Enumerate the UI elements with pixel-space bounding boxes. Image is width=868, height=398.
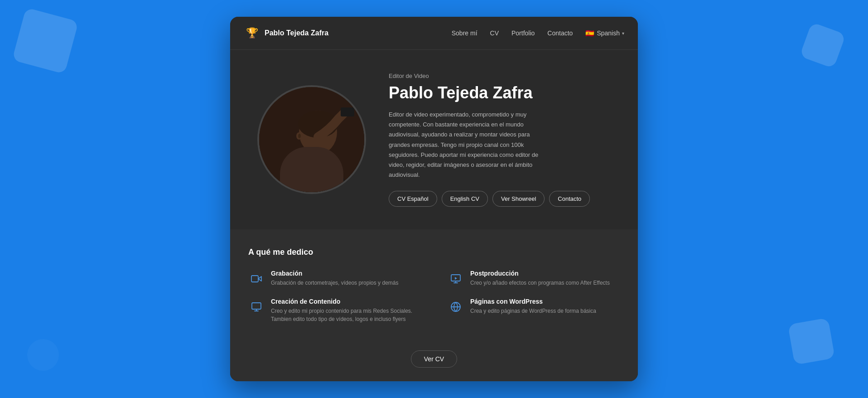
nav-contacto[interactable]: Contacto (547, 29, 573, 37)
service-wordpress: Páginas con WordPress Crea y edito págin… (448, 298, 620, 323)
profile-photo (259, 87, 364, 192)
svg-point-5 (298, 134, 301, 138)
silhouette-svg (259, 87, 366, 194)
service-contenido-desc: Creo y edito mi propio contenido para mi… (271, 307, 420, 323)
services-grid: Grabación Grabación de cortometrajes, ví… (244, 270, 624, 323)
brand-name: Pablo Tejeda Zafra (265, 29, 328, 37)
language-selector[interactable]: 🇪🇸 Spanish ▾ (585, 29, 624, 38)
service-grabacion-desc: Grabación de cortometrajes, vídeos propi… (271, 279, 398, 287)
services-section: A qué me dedico Grabación Grabación de c… (230, 229, 638, 346)
main-window: 🏆 Pablo Tejeda Zafra Sobre mí CV Portfol… (230, 17, 638, 381)
nav-cv[interactable]: CV (490, 29, 499, 37)
monitor-icon (248, 299, 265, 315)
flag-icon: 🇪🇸 (585, 29, 594, 38)
english-cv-button[interactable]: English CV (442, 191, 488, 207)
camera-icon (248, 271, 265, 287)
service-grabacion-name: Grabación (271, 270, 398, 277)
service-contenido-name: Creación de Contenido (271, 298, 420, 305)
globe-icon (448, 299, 464, 315)
svg-rect-3 (341, 107, 354, 116)
hero-subtitle: Editor de Video (389, 73, 624, 79)
chevron-down-icon: ▾ (622, 31, 624, 36)
nav-portfolio[interactable]: Portfolio (511, 29, 535, 37)
service-wordpress-content: Páginas con WordPress Crea y edito págin… (470, 298, 596, 315)
svg-rect-6 (251, 276, 258, 282)
monitor-play-icon (448, 271, 464, 287)
navbar: 🏆 Pablo Tejeda Zafra Sobre mí CV Portfol… (230, 17, 638, 50)
hero-content: Editor de Video Pablo Tejeda Zafra Edito… (389, 73, 624, 207)
cv-espanol-button[interactable]: CV Español (389, 191, 437, 207)
services-title: A qué me dedico (244, 248, 624, 257)
profile-image-container (257, 85, 366, 194)
language-label: Spanish (597, 29, 620, 37)
hero-description: Editor de video experimentado, compromet… (389, 110, 543, 180)
service-contenido-content: Creación de Contenido Creo y edito mi pr… (271, 298, 420, 323)
profile-image-circle (257, 85, 366, 194)
contacto-button[interactable]: Contacto (549, 191, 590, 207)
service-postproduccion-desc: Creo y/o añado efectos con programas com… (470, 279, 610, 287)
service-postproduccion-content: Postproducción Creo y/o añado efectos co… (470, 270, 610, 287)
nav-links: Sobre mí CV Portfolio Contacto 🇪🇸 Spanis… (452, 29, 624, 38)
hero-buttons: CV Español English CV Ver Showreel Conta… (389, 191, 624, 207)
hero-title: Pablo Tejeda Zafra (389, 83, 624, 102)
ver-cv-section: Ver CV (230, 346, 638, 381)
ver-cv-button[interactable]: Ver CV (411, 350, 457, 368)
hero-section: Editor de Video Pablo Tejeda Zafra Edito… (230, 50, 638, 229)
service-wordpress-name: Páginas con WordPress (470, 298, 596, 305)
service-contenido: Creación de Contenido Creo y edito mi pr… (248, 298, 420, 323)
brand[interactable]: 🏆 Pablo Tejeda Zafra (244, 25, 328, 41)
brand-logo-icon: 🏆 (244, 25, 260, 41)
bg-decoration-1 (12, 8, 79, 74)
service-postproduccion-name: Postproducción (470, 270, 610, 277)
bg-decoration-2 (800, 22, 846, 69)
bg-decoration-3 (788, 318, 835, 365)
service-postproduccion: Postproducción Creo y/o añado efectos co… (448, 270, 620, 287)
svg-marker-10 (455, 277, 457, 280)
service-grabacion: Grabación Grabación de cortometrajes, ví… (248, 270, 420, 287)
service-grabacion-content: Grabación Grabación de cortometrajes, ví… (271, 270, 398, 287)
ver-showreel-button[interactable]: Ver Showreel (492, 191, 545, 207)
service-wordpress-desc: Crea y edito páginas de WordPress de for… (470, 307, 596, 315)
svg-rect-11 (252, 303, 261, 309)
bg-decoration-4 (26, 338, 60, 372)
nav-sobre-mi[interactable]: Sobre mí (452, 29, 477, 37)
